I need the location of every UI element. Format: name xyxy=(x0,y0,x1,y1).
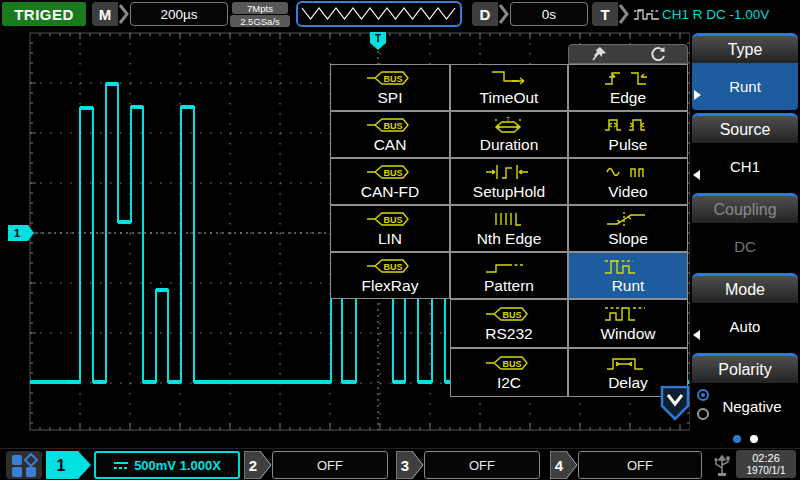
menu-item-nth-edge[interactable]: Nth Edge xyxy=(450,205,568,252)
bus-icon: BUS xyxy=(365,68,415,88)
sample-rate: 2.5GSa/s xyxy=(230,15,290,27)
pin-icon[interactable] xyxy=(590,45,608,63)
menu-item-window[interactable]: Window xyxy=(568,299,688,348)
channel-4-status[interactable]: OFF xyxy=(578,451,702,479)
runt-trigger-icon xyxy=(633,7,660,22)
menu-item-can[interactable]: BUSCAN xyxy=(330,111,450,158)
channel-4-tag[interactable]: 4 xyxy=(550,451,578,479)
svg-text:1: 1 xyxy=(57,457,66,474)
chevron-right-icon xyxy=(498,2,510,26)
bus-icon: BUS xyxy=(365,115,415,135)
bus-icon: BUS xyxy=(365,256,415,276)
timebase-value[interactable]: 200µs xyxy=(130,2,228,26)
sidebar-value-type[interactable]: Runt xyxy=(692,63,798,110)
bus-icon: BUS xyxy=(365,209,415,229)
svg-text:3: 3 xyxy=(401,457,409,474)
sidebar-section-title-type: Type xyxy=(692,33,798,63)
svg-text:BUS: BUS xyxy=(383,74,402,84)
menu-item-setuphold[interactable]: SetupHold xyxy=(450,158,568,205)
sidebar-value-label: Negative xyxy=(722,398,781,415)
trigger-type-menu: BUSSPI BUSCAN BUSCAN-FD BUSLIN BUSFlexRa… xyxy=(330,44,688,397)
menu-item-runt[interactable]: Runt xyxy=(568,252,688,299)
apps-menu-icon[interactable] xyxy=(6,451,42,479)
trigger-settings-sidebar: TypeRuntSourceCH1CouplingDCModeAutoPolar… xyxy=(690,30,800,448)
sidebar-value-mode[interactable]: Auto xyxy=(692,303,798,350)
channel-1-tag[interactable]: 1 xyxy=(46,451,92,479)
waveform-preview[interactable] xyxy=(296,1,462,27)
channel-2-status[interactable]: OFF xyxy=(272,451,388,479)
radio-unselected[interactable] xyxy=(697,408,709,420)
timebase-badge[interactable]: M xyxy=(92,2,118,26)
channel-value-text: 500mV 1.000X xyxy=(134,458,221,473)
menu-item-duration[interactable]: T Duration xyxy=(450,111,568,158)
memory-depth: 7Mpts xyxy=(232,2,288,14)
submenu-arrow-icon xyxy=(694,90,701,100)
sidebar-value-label: Runt xyxy=(729,78,761,95)
svg-text:2: 2 xyxy=(249,457,257,474)
window-icon xyxy=(603,304,653,324)
channel-value-text: OFF xyxy=(627,458,653,473)
svg-text:BUS: BUS xyxy=(502,359,521,369)
trigger-badge[interactable]: T xyxy=(592,2,618,26)
menu-item-rs232[interactable]: BUSRS232 xyxy=(450,299,568,348)
menu-item-label: Video xyxy=(608,183,647,201)
svg-text:BUS: BUS xyxy=(383,262,402,272)
sidebar-value-polarity[interactable]: Negative xyxy=(692,383,798,430)
menu-item-edge[interactable]: Edge xyxy=(568,64,688,111)
menu-header xyxy=(568,44,688,64)
menu-item-label: SetupHold xyxy=(473,183,545,201)
menu-item-pattern[interactable]: Pattern xyxy=(450,252,568,299)
menu-item-label: FlexRay xyxy=(362,277,419,295)
menu-item-label: I2C xyxy=(497,374,521,392)
sidebar-section-title-coupling: Coupling xyxy=(692,193,798,223)
menu-item-spi[interactable]: BUSSPI xyxy=(330,64,450,111)
menu-item-label: Window xyxy=(600,325,655,343)
page-dot-active xyxy=(733,435,741,443)
menu-item-slope[interactable]: Slope xyxy=(568,205,688,252)
channel-2-tag[interactable]: 2 xyxy=(244,451,272,479)
menu-item-label: CAN-FD xyxy=(361,183,420,201)
menu-item-label: SPI xyxy=(378,89,403,107)
menu-item-can-fd[interactable]: BUSCAN-FD xyxy=(330,158,450,205)
duration-icon: T xyxy=(484,115,534,135)
scroll-down-arrow[interactable] xyxy=(659,386,691,422)
delay-value[interactable]: 0s xyxy=(510,2,588,26)
submenu-arrow-icon xyxy=(693,330,700,340)
time-text: 02:26 xyxy=(752,452,780,464)
sidebar-value-source[interactable]: CH1 xyxy=(692,143,798,190)
polarity-radio-group[interactable] xyxy=(697,389,709,420)
svg-text:T: T xyxy=(506,116,510,122)
nthedge-icon xyxy=(484,209,534,229)
oscilloscope-screen: T 1 TRIGED M 200µs 7Mpts 2.5GSa/s D 0s T… xyxy=(0,0,800,480)
chevron-right-icon xyxy=(118,2,130,26)
channel-3-tag[interactable]: 3 xyxy=(396,451,424,479)
menu-item-label: CAN xyxy=(374,136,407,154)
sidebar-section-title-source: Source xyxy=(692,113,798,143)
svg-text:T: T xyxy=(375,33,381,44)
menu-item-label: Pulse xyxy=(609,136,648,154)
menu-item-label: Slope xyxy=(608,230,648,248)
radio-selected[interactable] xyxy=(697,389,709,401)
menu-item-flexray[interactable]: BUSFlexRay xyxy=(330,252,450,299)
dc-coupling-icon xyxy=(113,460,129,470)
svg-text:4: 4 xyxy=(555,457,564,474)
menu-item-lin[interactable]: BUSLIN xyxy=(330,205,450,252)
menu-item-i2c[interactable]: BUSI2C xyxy=(450,348,568,397)
usb-icon xyxy=(712,452,732,478)
page-indicator[interactable] xyxy=(690,432,800,446)
refresh-icon[interactable] xyxy=(649,45,667,63)
svg-text:BUS: BUS xyxy=(502,310,521,320)
preview-zigzag xyxy=(298,3,460,25)
bus-icon: BUS xyxy=(484,353,534,373)
video-icon xyxy=(603,162,653,182)
menu-item-pulse[interactable]: Pulse xyxy=(568,111,688,158)
menu-item-video[interactable]: Video xyxy=(568,158,688,205)
chevron-right-icon xyxy=(618,2,630,26)
delay-badge[interactable]: D xyxy=(472,2,498,26)
pulse-icon xyxy=(603,115,653,135)
menu-item-timeout[interactable]: TimeOut xyxy=(450,64,568,111)
trigger-status-badge: TRIGED xyxy=(2,2,86,26)
channel-1-status[interactable]: 500mV 1.000X xyxy=(94,451,240,479)
menu-item-label: Runt xyxy=(612,277,645,295)
channel-3-status[interactable]: OFF xyxy=(424,451,540,479)
